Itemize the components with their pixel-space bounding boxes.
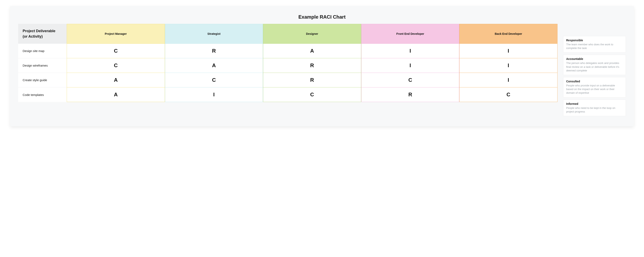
raci-cell: I <box>361 58 460 73</box>
role-header: Designer <box>263 24 361 44</box>
raci-cell: I <box>459 73 558 87</box>
raci-cell: A <box>67 87 165 102</box>
raci-cell: A <box>165 58 263 73</box>
legend-item: AccountableThe person who delegates work… <box>563 55 626 75</box>
legend-definition: The person who delegates work and provid… <box>566 61 623 73</box>
content-row: Project Deliverable (or Activity) Projec… <box>18 24 626 116</box>
table-row: Design site mapCRAII <box>18 44 558 58</box>
legend-term: Responsible <box>566 39 623 42</box>
table-row: Design wireframesCARII <box>18 58 558 73</box>
raci-tbody: Design site mapCRAIIDesign wireframesCAR… <box>18 44 558 102</box>
raci-cell: R <box>165 44 263 58</box>
raci-cell: C <box>361 73 460 87</box>
legend-term: Consulted <box>566 80 623 83</box>
raci-card: Example RACI Chart Project Deliverable (… <box>10 6 634 126</box>
row-label: Code templates <box>18 87 67 102</box>
role-header: Project Manager <box>67 24 165 44</box>
legend-term: Informed <box>566 102 623 105</box>
raci-cell: I <box>361 44 460 58</box>
role-header: Back End Developer <box>459 24 558 44</box>
raci-table-wrap: Project Deliverable (or Activity) Projec… <box>18 24 558 102</box>
corner-header-line1: Project Deliverable <box>23 29 56 33</box>
raci-cell: I <box>165 87 263 102</box>
header-row: Project Deliverable (or Activity) Projec… <box>18 24 558 44</box>
legend-item: InformedPeople who need to be kept in th… <box>563 100 626 116</box>
legend-definition: People who provide input on a deliverabl… <box>566 84 623 95</box>
row-label: Design wireframes <box>18 58 67 73</box>
raci-cell: C <box>263 87 361 102</box>
role-header: Strategist <box>165 24 263 44</box>
raci-cell: C <box>165 73 263 87</box>
raci-table: Project Deliverable (or Activity) Projec… <box>18 24 558 102</box>
raci-cell: A <box>263 44 361 58</box>
row-label: Create style guide <box>18 73 67 87</box>
legend-definition: People who need to be kept in the loop o… <box>566 106 623 114</box>
raci-cell: R <box>263 58 361 73</box>
row-label: Design site map <box>18 44 67 58</box>
corner-header: Project Deliverable (or Activity) <box>18 24 67 44</box>
raci-cell: R <box>263 73 361 87</box>
raci-cell: C <box>459 87 558 102</box>
legend-definition: The team member who does the work to com… <box>566 43 623 50</box>
table-row: Create style guideACRCI <box>18 73 558 87</box>
raci-cell: A <box>67 73 165 87</box>
legend: ResponsibleThe team member who does the … <box>563 24 626 116</box>
legend-term: Accountable <box>566 57 623 61</box>
raci-cell: C <box>67 44 165 58</box>
corner-header-line2: (or Activity) <box>23 34 43 39</box>
raci-cell: I <box>459 58 558 73</box>
raci-cell: R <box>361 87 460 102</box>
legend-item: ConsultedPeople who provide input on a d… <box>563 77 626 98</box>
raci-cell: I <box>459 44 558 58</box>
legend-item: ResponsibleThe team member who does the … <box>563 36 626 53</box>
role-header: Front End Developer <box>361 24 460 44</box>
table-row: Code templatesAICRC <box>18 87 558 102</box>
raci-cell: C <box>67 58 165 73</box>
chart-title: Example RACI Chart <box>18 14 626 20</box>
